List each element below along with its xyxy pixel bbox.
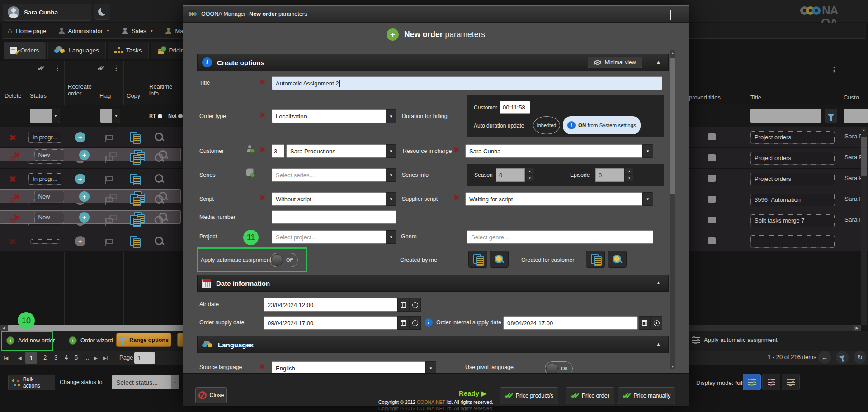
add-customer-icon[interactable] [246, 145, 253, 154]
order-title[interactable]: Split tasks merge 7 [750, 214, 835, 227]
page-3-button[interactable]: 3 [54, 354, 57, 361]
status-multi-check-icon[interactable]: ✔✔ [38, 64, 45, 72]
flag-menu-icon[interactable]: ⋮ [113, 64, 119, 71]
season-input[interactable]: 0 [496, 168, 525, 182]
order-row[interactable]: In progr...+ [0, 169, 183, 189]
flag-button[interactable] [100, 152, 127, 157]
right-scrollbar-thumb[interactable] [861, 137, 867, 176]
order-row-right[interactable]: Project ordersSara P [689, 148, 868, 169]
comment-bubble-icon[interactable] [708, 175, 716, 182]
order-title[interactable]: Project orders [750, 131, 835, 144]
customer-number-input[interactable]: 3. [272, 144, 284, 158]
flag-button[interactable] [96, 239, 123, 244]
order-row-right[interactable]: Project ordersSara P [689, 169, 868, 189]
nav-administrator[interactable]: Administrator▼ [58, 28, 110, 34]
flag-button[interactable] [96, 135, 123, 140]
collapse-date-info-icon[interactable]: ▲ [656, 280, 661, 285]
order-row-right[interactable]: 3596- AutomationSara P [689, 189, 868, 210]
display-mode-compact-button[interactable] [762, 374, 780, 390]
range-options-button[interactable]: Range options [116, 333, 171, 347]
order-type-dropdown[interactable]: Localization▼ [272, 109, 396, 123]
comment-bubble-icon[interactable] [708, 217, 716, 223]
chevron-down-icon[interactable]: ▼ [386, 192, 396, 206]
order-wizard-button[interactable]: +Order wizard [69, 336, 113, 345]
genre-input[interactable]: Select genre... [467, 230, 653, 244]
apply-auto-assignment-row[interactable]: Apply automatic assignment [692, 336, 778, 343]
page-2-button[interactable]: 2 [43, 354, 47, 361]
script-dropdown[interactable]: Without script▼ [272, 192, 396, 206]
project-dropdown[interactable]: Select project...▼ [272, 230, 396, 244]
internal-date-calendar-button[interactable] [639, 316, 651, 330]
order-supply-date-input[interactable]: 09/04/2024 17:00 [264, 316, 397, 330]
scroll-up-icon[interactable]: ▲ [861, 127, 867, 132]
brand-link[interactable]: OOONA.NET [417, 399, 445, 405]
customer-duration-input[interactable]: 00:11:58 [500, 101, 530, 114]
dialog-title-bar[interactable]: OOONA Manager -New order parameters [183, 6, 689, 23]
collapse-create-options-icon[interactable]: ▲ [656, 59, 661, 65]
flag-button[interactable] [100, 215, 127, 220]
media-number-input[interactable] [272, 210, 396, 224]
recreate-order-button[interactable]: + [64, 174, 96, 184]
realtime-info-button[interactable] [146, 237, 173, 246]
copy-button[interactable] [123, 236, 146, 246]
flag-filter-dropdown[interactable]: ▼ [100, 109, 120, 123]
title-filter-input[interactable] [750, 109, 821, 123]
delete-button[interactable] [4, 152, 30, 158]
display-mode-mixed-button[interactable] [782, 374, 800, 390]
copy-button[interactable] [123, 132, 146, 142]
resize-columns-button[interactable]: ↔ [818, 351, 831, 364]
order-row-right[interactable] [689, 231, 868, 252]
episode-stepper[interactable]: ▲▼ [625, 168, 633, 181]
copy-button[interactable] [123, 174, 146, 184]
customer-filter-input[interactable] [844, 109, 868, 123]
created-for-customer-copy-button[interactable] [586, 251, 605, 268]
inherited-pill[interactable]: Inherited [533, 116, 560, 134]
air-date-time-button[interactable] [409, 298, 421, 312]
flag-multi-check-icon[interactable]: ✔✔ [97, 64, 104, 72]
order-internal-supply-input[interactable]: 08/04/2024 17:00 [503, 316, 638, 330]
realtime-info-button[interactable] [146, 174, 173, 184]
page-next-button[interactable]: ▶ [94, 355, 98, 360]
select-status-dropdown[interactable]: Select status...▼ [112, 375, 179, 389]
order-row[interactable]: New+ [0, 189, 181, 203]
flag-button[interactable] [100, 194, 127, 199]
comment-bubble-icon[interactable] [708, 133, 716, 140]
recreate-order-button[interactable]: + [64, 236, 96, 246]
section-languages[interactable]: Languages [197, 336, 669, 353]
nav-sales[interactable]: Sales▼ [122, 28, 153, 34]
order-row[interactable]: + [0, 231, 183, 252]
scroll-down-icon[interactable]: ▼ [670, 365, 675, 368]
collapse-languages-icon[interactable]: ▲ [656, 341, 661, 347]
chevron-down-icon[interactable]: ▼ [386, 109, 396, 123]
add-series-icon[interactable] [246, 169, 253, 178]
chevron-down-icon[interactable]: ▼ [642, 144, 653, 158]
status-button[interactable]: In progr... [28, 132, 61, 143]
dialog-scrollbar-thumb[interactable] [670, 58, 675, 194]
recreate-order-button[interactable]: + [68, 191, 100, 202]
order-title[interactable]: 3596- Automation [750, 194, 835, 206]
recreate-order-button[interactable]: + [64, 132, 96, 142]
user-chip[interactable]: Sara Cunha [3, 4, 91, 21]
status-button[interactable] [30, 239, 60, 244]
bulk-actions-button[interactable]: Bulk actions [8, 375, 55, 390]
refresh-button[interactable]: ↻ [854, 351, 866, 364]
order-row-right[interactable]: Split tasks merge 7Sara P [689, 210, 868, 231]
order-title[interactable]: Project orders [750, 152, 835, 165]
supply-date-calendar-button[interactable] [397, 316, 409, 330]
chevron-down-icon[interactable]: ▼ [386, 168, 396, 182]
air-date-input[interactable]: 23/04/2024 12:00 [264, 298, 397, 312]
episode-input[interactable]: 0 [595, 168, 624, 182]
supply-date-time-button[interactable] [409, 316, 421, 330]
delete-button[interactable] [0, 175, 26, 182]
nav-home[interactable]: ⌂Home page [8, 27, 47, 35]
page-last-button[interactable]: ▶| [103, 355, 108, 360]
tab-languages[interactable]: Languages [47, 42, 106, 59]
section-date-information[interactable]: Date information [197, 275, 669, 292]
scroll-up-icon[interactable]: ▲ [670, 50, 675, 55]
created-by-me-copy-button[interactable] [468, 251, 487, 268]
chevron-down-icon[interactable]: ▼ [386, 144, 396, 158]
right-menu-icon[interactable]: ⋮ [831, 66, 837, 73]
scroll-right-icon[interactable]: ▶ [853, 325, 861, 331]
minimal-view-button[interactable]: Minimal view [588, 57, 642, 68]
customer-dropdown[interactable]: Sara Productions▼ [286, 144, 396, 158]
